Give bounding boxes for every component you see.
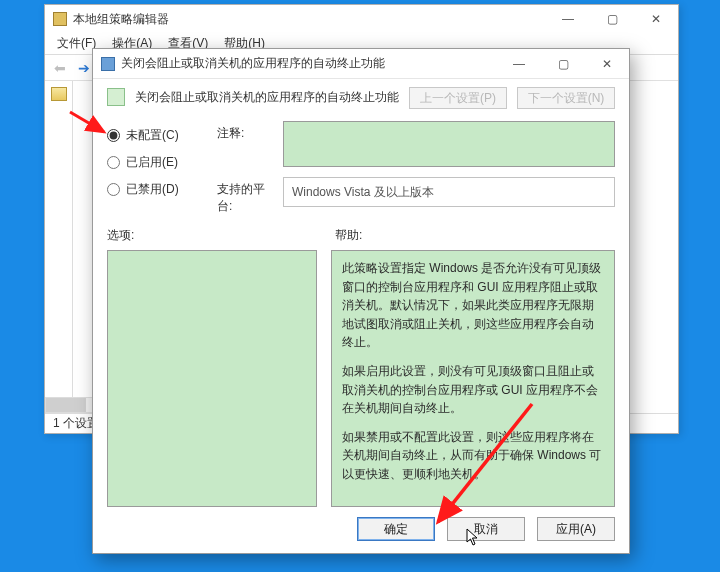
tree-node-icon bbox=[51, 87, 67, 101]
prev-setting-button[interactable]: 上一个设置(P) bbox=[409, 87, 507, 109]
help-label: 帮助: bbox=[335, 227, 615, 244]
dialog-app-icon bbox=[101, 57, 115, 71]
dialog-maximize-button[interactable]: ▢ bbox=[541, 49, 585, 78]
next-setting-button[interactable]: 下一个设置(N) bbox=[517, 87, 615, 109]
dialog-minimize-button[interactable]: — bbox=[497, 49, 541, 78]
help-paragraph-3: 如果禁用或不配置此设置，则这些应用程序将在关机期间自动终止，从而有助于确保 Wi… bbox=[342, 428, 604, 484]
supported-platform-box: Windows Vista 及以上版本 bbox=[283, 177, 615, 207]
maximize-button[interactable]: ▢ bbox=[590, 5, 634, 33]
options-label: 选项: bbox=[107, 227, 317, 244]
dialog-titlebar[interactable]: 关闭会阻止或取消关机的应用程序的自动终止功能 — ▢ ✕ bbox=[93, 49, 629, 79]
radio-enabled-label: 已启用(E) bbox=[126, 154, 178, 171]
radio-not-configured[interactable]: 未配置(C) bbox=[107, 127, 199, 144]
policy-heading: 关闭会阻止或取消关机的应用程序的自动终止功能 bbox=[135, 87, 399, 106]
comment-textarea[interactable] bbox=[283, 121, 615, 167]
cancel-button[interactable]: 取消 bbox=[447, 517, 525, 541]
minimize-button[interactable]: — bbox=[546, 5, 590, 33]
dialog-button-row: 确定 取消 应用(A) bbox=[93, 507, 629, 553]
gpedit-title: 本地组策略编辑器 bbox=[73, 11, 546, 28]
radio-enabled[interactable]: 已启用(E) bbox=[107, 154, 199, 171]
help-paragraph-2: 如果启用此设置，则没有可见顶级窗口且阻止或取消关机的控制台应用程序或 GUI 应… bbox=[342, 362, 604, 418]
close-button[interactable]: ✕ bbox=[634, 5, 678, 33]
state-radio-group: 未配置(C) 已启用(E) 已禁用(D) bbox=[107, 121, 199, 215]
gpedit-tree-pane[interactable] bbox=[45, 81, 73, 413]
gpedit-titlebar[interactable]: 本地组策略编辑器 — ▢ ✕ bbox=[45, 5, 678, 33]
toolbar-back-icon[interactable]: ⬅ bbox=[49, 58, 71, 78]
platform-label: 支持的平台: bbox=[217, 177, 275, 215]
radio-disabled[interactable]: 已禁用(D) bbox=[107, 181, 199, 198]
policy-icon bbox=[107, 88, 125, 106]
radio-not-configured-label: 未配置(C) bbox=[126, 127, 179, 144]
apply-button[interactable]: 应用(A) bbox=[537, 517, 615, 541]
help-pane[interactable]: 此策略设置指定 Windows 是否允许没有可见顶级窗口的控制台应用程序和 GU… bbox=[331, 250, 615, 507]
radio-not-configured-input[interactable] bbox=[107, 129, 120, 142]
policy-dialog: 关闭会阻止或取消关机的应用程序的自动终止功能 — ▢ ✕ 关闭会阻止或取消关机的… bbox=[92, 48, 630, 554]
help-paragraph-1: 此策略设置指定 Windows 是否允许没有可见顶级窗口的控制台应用程序和 GU… bbox=[342, 259, 604, 352]
radio-disabled-input[interactable] bbox=[107, 183, 120, 196]
dialog-title: 关闭会阻止或取消关机的应用程序的自动终止功能 bbox=[121, 55, 497, 72]
dialog-close-button[interactable]: ✕ bbox=[585, 49, 629, 78]
radio-enabled-input[interactable] bbox=[107, 156, 120, 169]
scrollbar-thumb[interactable] bbox=[46, 398, 86, 412]
gpedit-app-icon bbox=[53, 12, 67, 26]
ok-button[interactable]: 确定 bbox=[357, 517, 435, 541]
radio-disabled-label: 已禁用(D) bbox=[126, 181, 179, 198]
options-pane[interactable] bbox=[107, 250, 317, 507]
comment-label: 注释: bbox=[217, 121, 275, 167]
